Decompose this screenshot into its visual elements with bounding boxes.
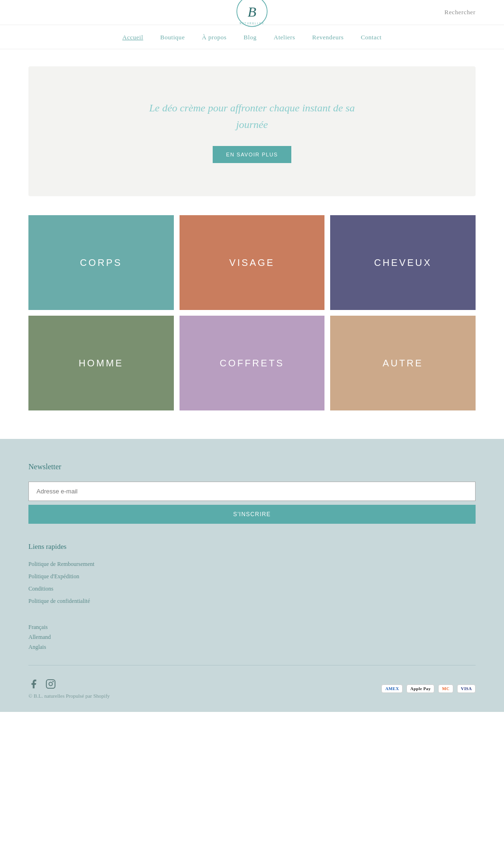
nav-item-blog[interactable]: Blog [243, 34, 256, 41]
newsletter-section: Newsletter S'INSCRIRE [28, 463, 476, 524]
nav-item-boutique[interactable]: Boutique [160, 34, 185, 41]
social-links [28, 679, 110, 689]
payment-visa: VISA [457, 684, 476, 693]
payment-methods: AMEX Apple Pay MC VISA [381, 684, 476, 693]
category-visage-label: VISAGE [229, 257, 275, 268]
category-coffrets[interactable]: COFFRETS [180, 316, 325, 410]
hero-text: Le déo crème pour affronter chaque insta… [149, 100, 355, 133]
category-autre-label: AUTRE [383, 358, 423, 369]
hero-cta-button[interactable]: EN SAVOIR PLUS [213, 146, 291, 163]
facebook-icon[interactable] [28, 679, 39, 689]
nav-item-ateliers[interactable]: Ateliers [274, 34, 295, 41]
category-corps[interactable]: CORPS [28, 215, 174, 310]
footer-link-item: Politique de confidentialité [28, 596, 476, 605]
footer-link-item: Conditions [28, 584, 476, 592]
email-input[interactable] [28, 482, 476, 501]
payment-amex: AMEX [381, 684, 403, 693]
category-visage[interactable]: VISAGE [180, 215, 325, 310]
header: B NATURELLES Rechercher [0, 0, 504, 25]
footer-link-confidentialite[interactable]: Politique de confidentialité [28, 598, 90, 604]
instagram-icon[interactable] [45, 679, 56, 689]
footer-links-title: Liens rapides [28, 543, 476, 551]
category-grid: CORPS VISAGE CHEVEUX HOMME COFFRETS AUTR… [28, 215, 476, 410]
lang-francais[interactable]: Français [28, 624, 476, 631]
payment-mastercard: MC [438, 684, 453, 693]
lang-allemand[interactable]: Allemand [28, 634, 476, 641]
svg-point-5 [53, 681, 54, 683]
newsletter-title: Newsletter [28, 463, 476, 471]
footer-link-expedition[interactable]: Politique d'Expédition [28, 573, 79, 580]
site-logo[interactable]: B NATURELLES [235, 0, 269, 30]
payment-applepay: Apple Pay [406, 684, 434, 693]
category-homme-label: HOMME [79, 358, 124, 369]
footer-link-remboursement[interactable]: Politique de Remboursement [28, 561, 94, 567]
search-button[interactable]: Rechercher [444, 9, 476, 16]
svg-text:NATURELLES: NATURELLES [240, 22, 264, 25]
footer: Newsletter S'INSCRIRE Liens rapides Poli… [0, 439, 504, 712]
svg-point-4 [49, 683, 52, 686]
category-cheveux-label: CHEVEUX [374, 257, 432, 268]
category-cheveux[interactable]: CHEVEUX [330, 215, 476, 310]
category-autre[interactable]: AUTRE [330, 316, 476, 410]
svg-rect-3 [46, 680, 55, 688]
category-coffrets-label: COFFRETS [220, 358, 285, 369]
nav-item-apropos[interactable]: À propos [202, 34, 226, 41]
nav-item-accueil[interactable]: Accueil [122, 34, 143, 41]
nav-item-contact[interactable]: Contact [361, 34, 382, 41]
footer-links-list: Politique de Remboursement Politique d'E… [28, 559, 476, 605]
copyright-text: © B.L. naturelles Propulsé par Shopify [28, 693, 110, 699]
hero-section: Le déo crème pour affronter chaque insta… [28, 66, 476, 196]
lang-anglais[interactable]: Anglais [28, 644, 476, 651]
subscribe-button[interactable]: S'INSCRIRE [28, 505, 476, 524]
category-corps-label: CORPS [80, 257, 122, 268]
language-selector: Français Allemand Anglais [28, 624, 476, 651]
footer-link-item: Politique d'Expédition [28, 572, 476, 580]
footer-link-conditions[interactable]: Conditions [28, 585, 54, 592]
footer-bottom: © B.L. naturelles Propulsé par Shopify A… [28, 665, 476, 712]
nav-item-revendeurs[interactable]: Revendeurs [312, 34, 344, 41]
category-homme[interactable]: HOMME [28, 316, 174, 410]
footer-link-item: Politique de Remboursement [28, 559, 476, 568]
svg-text:B: B [248, 4, 256, 19]
